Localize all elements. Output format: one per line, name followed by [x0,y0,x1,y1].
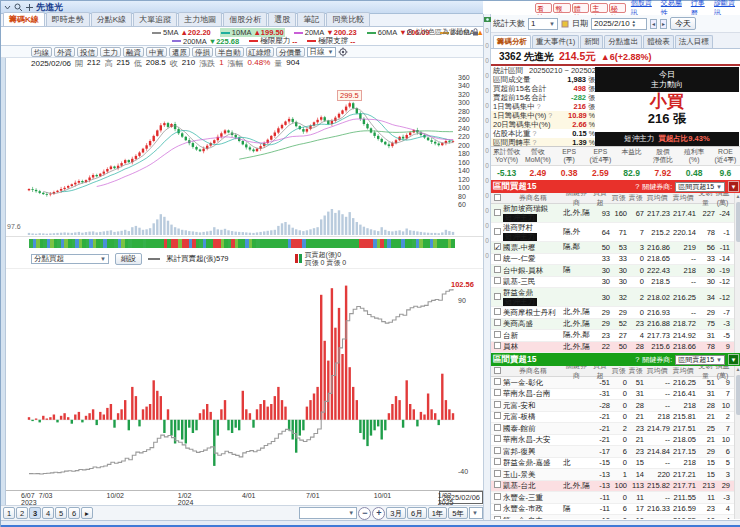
scrollbar-thumb[interactable] [736,202,740,242]
prev-day-button[interactable]: ◂ [650,19,657,29]
timeframe-select[interactable]: 日線▼ [307,47,337,57]
page-button-1[interactable]: 1 [3,507,15,519]
toolbar-button-4[interactable]: 融資 [123,47,144,57]
buy-filter-select[interactable]: 區間買超15▼ [675,182,725,192]
help-icon[interactable]: ? [635,182,639,191]
toolbar-button-3[interactable]: 主力 [100,47,121,57]
pager-next-button[interactable]: ▸ [81,507,93,519]
scrollbar-thumb[interactable] [736,375,740,415]
tag-icon[interactable] [561,20,569,28]
row-checkbox[interactable] [494,412,501,419]
zoom-out-button[interactable]: − [358,507,371,520]
analysis-tab-1[interactable]: 重大事件(1) [532,35,579,48]
collapse-button[interactable]: ▼ [728,354,739,365]
page-button-2[interactable]: 2 [16,507,28,519]
table-scrollbar[interactable]: ▲ [734,366,740,519]
camera-icon[interactable] [484,16,490,22]
toolbar-button-7[interactable]: 停損 [192,47,213,57]
select-all-checkbox[interactable] [494,194,501,201]
next-day-button[interactable]: ▸ [660,19,667,29]
scroll-up-icon[interactable]: ▲ [735,193,740,200]
detail-settings-button[interactable]: 細設 [115,253,142,265]
row-checkbox[interactable] [494,266,501,273]
range-button-3月[interactable]: 3月 [386,507,406,519]
date-input[interactable]: 2025/2/10▲▼ [591,18,647,30]
row-checkbox[interactable] [494,277,501,284]
toolbar-button-2[interactable]: 投信 [77,47,98,57]
panel-splitter[interactable]: 0000000000000000 [483,14,491,520]
tab-1[interactable]: 即時走勢 [46,12,90,26]
select-all-checkbox[interactable] [494,367,501,374]
toolbar-button-6[interactable]: 還原 [169,47,190,57]
tab-8[interactable]: 同業比較 [326,12,370,26]
toolbar-button-5[interactable]: 中實 [146,47,167,57]
row-checkbox[interactable] [494,435,501,442]
gear-icon[interactable] [338,47,348,57]
tab-5[interactable]: 個股分析 [223,12,267,26]
search-icon[interactable] [14,3,23,12]
quick-button-體檢[interactable]: 體檢 [572,3,589,13]
tab-0[interactable]: 籌碼K線 [3,12,45,26]
row-checkbox[interactable] [494,458,501,465]
chevron-down-icon[interactable] [4,4,11,11]
quick-button-主力[interactable]: 主力 [590,3,607,13]
range-select[interactable]: ▼ [299,507,357,519]
analysis-tab-5[interactable]: 法人目標 [675,35,713,48]
spinner-icon[interactable]: ▲▼ [632,20,636,28]
row-checkbox[interactable] [494,401,501,408]
row-checkbox[interactable] [494,228,501,235]
row-checkbox[interactable] [494,424,501,431]
tab-7[interactable]: 筆記 [297,12,325,26]
help-icon[interactable]: ? [537,103,541,110]
toolbar-button-10[interactable]: 分價量 [276,47,305,57]
candlestick-chart[interactable]: 3603403203002802602402202001801601401201… [1,69,483,237]
row-checkbox[interactable] [494,342,501,349]
table-scrollbar[interactable]: ▲ [734,193,740,353]
tab-4[interactable]: 主力地圖 [178,12,222,26]
row-checkbox[interactable] [494,481,501,488]
row-checkbox[interactable] [494,378,501,385]
tab-2[interactable]: 分點K線 [91,12,132,26]
analysis-tab-3[interactable]: 分點進出 [604,35,642,48]
days-select[interactable]: 1▼ [528,18,558,30]
help-icon[interactable]: ? [548,112,552,119]
add-icon[interactable] [26,4,33,11]
analysis-tab-0[interactable]: 籌碼分析 [493,35,531,48]
help-icon[interactable]: ? [533,139,537,146]
row-checkbox[interactable]: ✓ [494,243,501,250]
page-button-4[interactable]: 4 [42,507,54,519]
background-setting[interactable]: 以K色區為背景色 [406,27,479,37]
row-checkbox[interactable] [494,331,501,338]
range-button-1年[interactable]: 1年 [428,507,448,519]
row-checkbox[interactable] [494,308,501,315]
analysis-tab-4[interactable]: 體檢表 [643,35,674,48]
scroll-up-icon[interactable]: ▲ [735,366,740,373]
zoom-in-button[interactable]: + [372,507,385,520]
page-button-6[interactable]: 6 [68,507,80,519]
toolbar-button-0[interactable]: 均線 [31,47,52,57]
row-checkbox[interactable] [494,516,501,519]
left-splitter[interactable] [1,58,6,505]
row-checkbox[interactable] [494,209,501,216]
toolbar-button-9[interactable]: 紅綠燈 [246,47,275,57]
help-icon[interactable]: ? [635,355,639,364]
page-button-3[interactable]: 3 [29,507,41,519]
quick-button-秘笈[interactable]: 秘笈 [609,3,626,13]
row-checkbox[interactable] [494,504,501,511]
analysis-tab-2[interactable]: 新聞 [580,35,603,48]
row-checkbox[interactable] [494,447,501,454]
collapse-button[interactable]: ▼ [728,181,739,192]
row-checkbox[interactable] [494,470,501,477]
tab-3[interactable]: 大單追蹤 [133,12,177,26]
more-range-select[interactable]: ▼ [469,507,483,519]
help-icon[interactable]: ? [533,130,537,137]
sell-filter-select[interactable]: 區間賣超15▼ [675,355,725,365]
row-checkbox[interactable] [494,389,501,396]
page-button-5[interactable]: 5 [55,507,67,519]
row-checkbox[interactable] [494,319,501,326]
today-button[interactable]: 今天 [670,17,696,30]
row-checkbox[interactable] [494,293,501,300]
broker-netbuy-chart[interactable]: 102.5690-40 [1,269,483,491]
broker-metric-select[interactable]: 分點買超▼ [31,254,109,264]
quick-button-看法[interactable]: 看法 [535,3,552,13]
